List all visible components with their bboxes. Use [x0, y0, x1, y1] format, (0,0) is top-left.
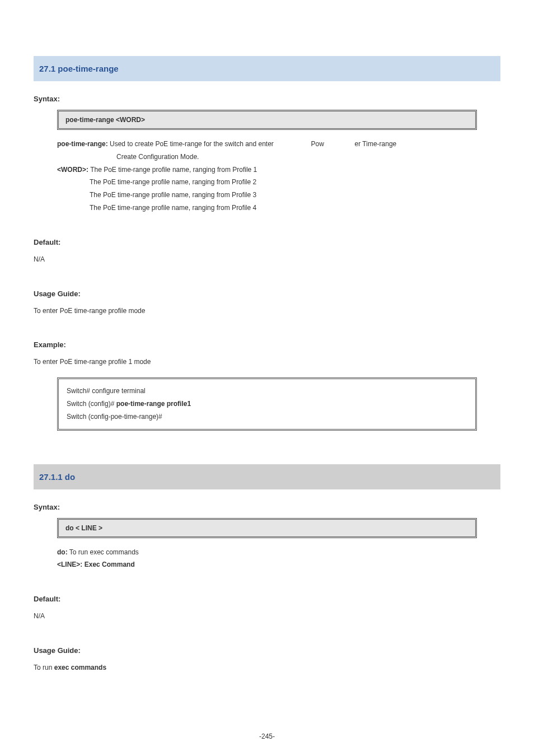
- default-value-2: N/A: [34, 610, 500, 623]
- usage-text-2a: To run: [34, 664, 52, 671]
- param-word-2: The PoE time-range profile name, ranging…: [90, 176, 500, 189]
- usage-text-2: To run exec commands: [34, 661, 500, 674]
- param-label: poe-time-range:: [57, 140, 108, 148]
- param-desc-a: Used to create PoE time-range for the sw…: [110, 140, 274, 148]
- default-value: N/A: [34, 253, 500, 266]
- usage-text-2b: exec commands: [54, 664, 106, 671]
- section-header-poe-time-range: 27.1 poe-time-range: [34, 56, 500, 81]
- page-number: -245-: [0, 732, 534, 740]
- example-line-1: Switch# configure terminal: [67, 385, 467, 398]
- usage-heading-2: Usage Guide:: [34, 646, 500, 655]
- param-do: do: To run exec commands: [57, 546, 500, 559]
- example-text: To enter PoE time-range profile 1 mode: [34, 356, 500, 368]
- syntax-heading-2: Syntax:: [34, 503, 500, 511]
- default-heading-2: Default:: [34, 595, 500, 603]
- param-line: <LINE>: Exec Command: [57, 558, 500, 571]
- param-word-label: <WORD>:: [57, 166, 88, 174]
- param-line-desc: Exec Command: [85, 561, 135, 568]
- section-header-do: 27.1.1 do: [34, 464, 500, 489]
- param-poe-time-range: poe-time-range: Used to create PoE time-…: [57, 138, 500, 151]
- example-box: Switch# configure terminal Switch (confi…: [57, 377, 477, 430]
- param-word-4: The PoE time-range profile name, ranging…: [90, 202, 500, 214]
- syntax-box-2: do < LINE >: [57, 518, 477, 538]
- param-word: <WORD>: The PoE time-range profile name,…: [57, 164, 500, 176]
- param-desc-b: Pow: [311, 140, 324, 148]
- param-desc-cont: Create Configuration Mode.: [116, 151, 500, 164]
- param-do-label: do:: [57, 548, 68, 556]
- example-line-3: Switch (config-poe-time-range)#: [67, 410, 467, 423]
- syntax-heading: Syntax:: [34, 95, 500, 103]
- param-word-3: The PoE time-range profile name, ranging…: [90, 189, 500, 202]
- usage-text: To enter PoE time-range profile mode: [34, 305, 500, 318]
- default-heading: Default:: [34, 238, 500, 246]
- param-desc-c: er Time-range: [355, 140, 397, 148]
- example-line-2a: Switch (config)#: [67, 400, 114, 408]
- example-heading: Example:: [34, 340, 500, 349]
- param-line-label: <LINE>:: [57, 561, 82, 568]
- param-word-1: The PoE time-range profile name, ranging…: [90, 166, 257, 174]
- syntax-box: poe-time-range <WORD>: [57, 110, 477, 130]
- example-line-2b: poe-time-range profile1: [116, 400, 191, 408]
- param-do-desc: To run exec commands: [69, 548, 139, 556]
- example-line-2: Switch (config)# poe-time-range profile1: [67, 398, 467, 410]
- usage-heading: Usage Guide:: [34, 290, 500, 298]
